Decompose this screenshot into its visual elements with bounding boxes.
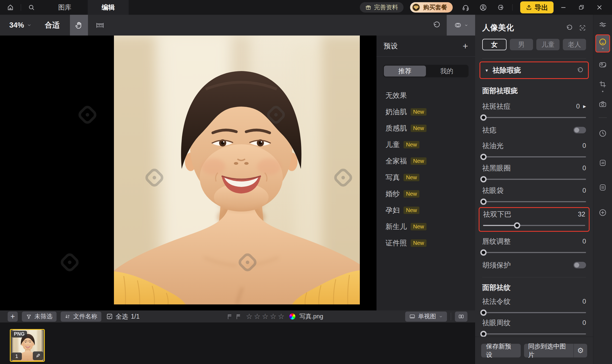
reset-panel-icon[interactable] (566, 24, 573, 31)
select-all-control[interactable]: 全选 1/1 (106, 312, 140, 321)
split-view-button[interactable] (455, 312, 467, 322)
compare-button[interactable] (447, 15, 475, 36)
toggle-switch[interactable] (573, 262, 586, 268)
add-preset-button[interactable]: + (463, 41, 468, 51)
ruler-tool-button[interactable] (96, 21, 104, 30)
preset-item[interactable]: 新生儿New (386, 218, 475, 235)
gender-elder[interactable]: 老人 (563, 39, 586, 50)
preset-item[interactable]: 证件照New (386, 235, 475, 251)
minimize-button[interactable] (555, 0, 572, 15)
thumbnail-selected[interactable]: PNG 1 ✎ (10, 329, 45, 362)
sync-settings-gear-button[interactable]: ⚙ (574, 344, 587, 357)
chevron-down-icon (27, 23, 32, 28)
tab-mine[interactable]: 我的 (426, 66, 468, 77)
zoom-level-dropdown[interactable]: 34% (9, 21, 32, 30)
save-new-preset-button[interactable]: 保存新预设 (481, 344, 521, 357)
slider-knob[interactable] (480, 310, 487, 316)
expand-icon[interactable]: ▶ (583, 104, 586, 108)
camera-tool-icon[interactable] (599, 100, 607, 108)
remove-blemish-group-header[interactable]: ▼ 祛除瑕疵 (479, 61, 589, 79)
slider-track[interactable] (482, 117, 586, 118)
slider-knob[interactable] (514, 222, 520, 229)
support-button[interactable] (461, 3, 470, 12)
compare-icon (454, 21, 462, 29)
slider-knob[interactable] (480, 154, 487, 160)
close-button[interactable] (591, 0, 608, 15)
fit-button[interactable]: 合适 (45, 20, 60, 30)
sync-to-selected-button[interactable]: 同步到选中图片 (524, 344, 573, 357)
preset-item[interactable]: 写真New (386, 169, 475, 186)
account-button[interactable] (478, 3, 488, 12)
search-button[interactable] (21, 0, 42, 15)
crop-tool-icon[interactable] (599, 80, 607, 88)
add-image-button[interactable]: + (8, 312, 18, 322)
image-canvas[interactable]: 预设 + 推荐 我的 无效果 奶油肌New 质感肌New 儿童New 全家福Ne… (0, 36, 475, 310)
slider-track[interactable] (482, 252, 586, 253)
slider-track[interactable] (482, 179, 586, 180)
slider-track[interactable] (482, 156, 586, 157)
sort-button[interactable]: 文件名称 (61, 312, 101, 322)
star-rating[interactable]: ☆☆☆☆☆ (246, 312, 286, 321)
presets-title: 预设 (384, 41, 398, 51)
color-label-icon[interactable] (289, 313, 295, 319)
view-mode-dropdown[interactable]: 单视图 (405, 312, 447, 322)
watermark-logo (142, 165, 167, 190)
panel-title: 人像美化 (482, 22, 514, 33)
preset-item[interactable]: 儿童New (386, 136, 475, 153)
flag-reject-icon[interactable] (236, 313, 242, 320)
flag-pick-icon[interactable] (227, 313, 233, 320)
slider-track[interactable] (482, 312, 586, 313)
hand-icon (75, 21, 83, 30)
preset-item[interactable]: 质感肌New (386, 120, 475, 136)
filter-label: 未筛选 (34, 312, 52, 321)
preset-item[interactable]: 无效果 (386, 87, 475, 104)
add-circle-icon[interactable] (599, 209, 607, 217)
group-label: 祛除瑕疵 (493, 66, 521, 75)
panel-divider (482, 277, 586, 277)
new-badge: New (404, 174, 419, 181)
adjust-sliders-icon[interactable] (599, 20, 607, 29)
presets-header: 预设 + (376, 36, 475, 57)
notes-panel-icon[interactable] (599, 183, 607, 192)
exit-button[interactable] (496, 3, 505, 12)
hand-tool-button[interactable] (70, 15, 88, 36)
gender-child[interactable]: 儿童 (536, 39, 560, 50)
filter-tool-icon[interactable] (599, 61, 607, 69)
history-clock-icon[interactable] (599, 129, 607, 137)
count-badge: 1 (11, 353, 22, 360)
gender-female[interactable]: 女 (482, 39, 507, 50)
slider-knob[interactable] (480, 199, 487, 205)
info-panel-icon[interactable] (599, 159, 607, 167)
slider-track[interactable] (483, 225, 585, 226)
slider-track[interactable] (482, 333, 586, 334)
restore-button[interactable] (573, 0, 590, 15)
restore-icon (578, 4, 585, 11)
slider-knob[interactable] (480, 249, 487, 256)
gender-male[interactable]: 男 (510, 39, 533, 50)
new-badge: New (411, 223, 426, 230)
preset-item[interactable]: 婚纱New (386, 186, 475, 202)
slider-knob[interactable] (480, 115, 487, 121)
complete-profile-button[interactable]: 完善资料 (360, 2, 404, 13)
preset-item[interactable]: 孕妇New (386, 202, 475, 218)
slider-knob[interactable] (480, 331, 487, 337)
app-window: 图库 编辑 完善资料 购买套餐 (0, 0, 612, 364)
preset-item[interactable]: 奶油肌New (386, 104, 475, 120)
purchase-plan-button[interactable]: 购买套餐 (410, 2, 453, 13)
filter-button[interactable]: 未筛选 (22, 312, 57, 322)
group-reset-icon[interactable] (577, 67, 584, 74)
home-button[interactable] (0, 0, 21, 15)
slider-knob[interactable] (480, 176, 487, 183)
undo-button[interactable] (432, 21, 441, 29)
tab-edit[interactable]: 编辑 (88, 0, 129, 15)
toggle-switch[interactable] (573, 127, 586, 133)
portrait-beautify-tool-selected[interactable] (595, 34, 610, 52)
export-button[interactable]: 导出 (520, 1, 554, 13)
user-icon (479, 4, 487, 11)
face-detect-icon[interactable] (579, 24, 586, 31)
tab-gallery[interactable]: 图库 (42, 0, 88, 15)
slider-track[interactable] (482, 201, 586, 202)
preset-item[interactable]: 全家福New (386, 153, 475, 169)
tab-recommended[interactable]: 推荐 (384, 66, 426, 77)
slider-row: 祛眼周纹0 (482, 319, 586, 334)
